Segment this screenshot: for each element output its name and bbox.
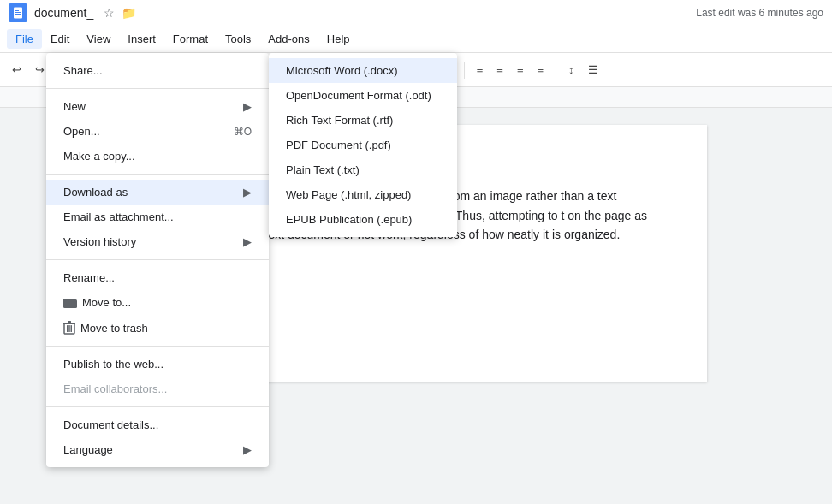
menu-doc-details[interactable]: Document details... — [46, 412, 269, 437]
align-right-button[interactable]: ≡ — [512, 60, 529, 80]
open-label: Open... — [63, 125, 100, 138]
justify-button[interactable]: ≡ — [532, 60, 549, 80]
doc-details-label: Document details... — [63, 418, 158, 431]
star-icon[interactable]: ☆ — [104, 6, 115, 20]
menu-language[interactable]: Language ▶ — [46, 437, 269, 462]
download-submenu: Microsoft Word (.docx) OpenDocument Form… — [269, 53, 457, 237]
menu-item-addons[interactable]: Add-ons — [259, 29, 318, 49]
language-label: Language — [63, 443, 113, 456]
share-label: Share... — [63, 64, 103, 77]
folder-icon-svg — [63, 297, 77, 309]
menu-item-help[interactable]: Help — [318, 29, 359, 49]
menu-item-file[interactable]: File — [7, 29, 42, 49]
docx-label: Microsoft Word (.docx) — [286, 64, 398, 77]
publish-label: Publish to the web... — [63, 358, 163, 371]
svg-rect-5 — [63, 299, 69, 302]
menu-item-insert[interactable]: Insert — [119, 29, 164, 49]
download-rtf[interactable]: Rich Text Format (.rtf) — [269, 108, 457, 133]
download-label: Download as — [63, 186, 128, 199]
trash-label: Move to trash — [80, 322, 148, 335]
menu-rename[interactable]: Rename... — [46, 265, 269, 290]
menu-new[interactable]: New ▶ — [46, 94, 269, 119]
last-edit-label: Last edit was 6 minutes ago — [696, 7, 823, 19]
dropdown-sep-2 — [46, 174, 269, 175]
menu-download[interactable]: Download as ▶ — [46, 180, 269, 205]
list-button[interactable]: ☰ — [583, 60, 603, 80]
svg-rect-9 — [67, 325, 68, 332]
file-dropdown: Share... New ▶ Open... ⌘O Make a copy...… — [46, 53, 269, 467]
menu-item-edit[interactable]: Edit — [42, 29, 78, 49]
rename-label: Rename... — [63, 271, 115, 284]
svg-rect-1 — [15, 10, 19, 11]
download-txt[interactable]: Plain Text (.txt) — [269, 157, 457, 182]
menu-item-format[interactable]: Format — [164, 29, 217, 49]
align-left-button[interactable]: ≡ — [472, 60, 489, 80]
open-shortcut: ⌘O — [234, 126, 252, 138]
language-arrow: ▶ — [243, 443, 252, 456]
menu-publish[interactable]: Publish to the web... — [46, 352, 269, 377]
svg-rect-2 — [15, 12, 21, 13]
svg-rect-11 — [71, 325, 73, 332]
undo-button[interactable]: ↩ — [7, 60, 27, 80]
dropdown-sep-4 — [46, 346, 269, 347]
menu-email-collabs: Email collaborators... — [46, 377, 269, 401]
email-collabs-label: Email collaborators... — [63, 382, 167, 395]
download-docx[interactable]: Microsoft Word (.docx) — [269, 58, 457, 83]
version-label: Version history — [63, 235, 136, 248]
menu-trash[interactable]: Move to trash — [46, 315, 269, 341]
svg-rect-7 — [63, 323, 75, 324]
doc-icon — [9, 3, 27, 22]
new-arrow: ▶ — [243, 100, 252, 113]
download-epub[interactable]: EPUB Publication (.epub) — [269, 207, 457, 232]
menu-open[interactable]: Open... ⌘O — [46, 119, 269, 144]
folder-icon[interactable]: 📁 — [122, 6, 136, 20]
linespacing-button[interactable]: ↕ — [563, 60, 579, 80]
dropdown-sep-1 — [46, 88, 269, 89]
epub-label: EPUB Publication (.epub) — [286, 213, 412, 226]
odt-label: OpenDocument Format (.odt) — [286, 89, 431, 102]
toolbar-sep-7 — [556, 62, 556, 79]
moveto-label: Move to... — [82, 296, 131, 309]
download-odt[interactable]: OpenDocument Format (.odt) — [269, 83, 457, 108]
copy-label: Make a copy... — [63, 150, 135, 163]
download-arrow: ▶ — [243, 186, 252, 199]
menu-version-history[interactable]: Version history ▶ — [46, 229, 269, 254]
svg-rect-3 — [15, 14, 21, 15]
toolbar-sep-6 — [464, 62, 465, 79]
menu-item-view[interactable]: View — [78, 29, 119, 49]
menu-item-tools[interactable]: Tools — [217, 29, 259, 49]
menu-copy[interactable]: Make a copy... — [46, 144, 269, 169]
html-label: Web Page (.html, zipped) — [286, 188, 411, 201]
align-center-button[interactable]: ≡ — [491, 60, 508, 80]
menu-email[interactable]: Email as attachment... — [46, 205, 269, 229]
menu-bar: File Edit View Insert Format Tools Add-o… — [0, 26, 832, 53]
rtf-label: Rich Text Format (.rtf) — [286, 114, 393, 127]
download-html[interactable]: Web Page (.html, zipped) — [269, 182, 457, 207]
pdf-label: PDF Document (.pdf) — [286, 139, 391, 151]
download-pdf[interactable]: PDF Document (.pdf) — [269, 133, 457, 157]
dropdown-sep-3 — [46, 259, 269, 260]
txt-label: Plain Text (.txt) — [286, 163, 360, 176]
version-arrow: ▶ — [243, 235, 252, 248]
svg-rect-8 — [68, 321, 71, 323]
menu-move-to[interactable]: Move to... — [46, 290, 269, 315]
dropdown-sep-5 — [46, 406, 269, 407]
email-label: Email as attachment... — [63, 210, 174, 223]
doc-title: document_ — [34, 6, 93, 20]
new-label: New — [63, 100, 86, 113]
svg-rect-10 — [68, 325, 70, 332]
title-bar: document_ ☆ 📁 Last edit was 6 minutes ag… — [0, 0, 832, 26]
menu-share[interactable]: Share... — [46, 58, 269, 83]
trash-icon-svg — [63, 321, 75, 335]
